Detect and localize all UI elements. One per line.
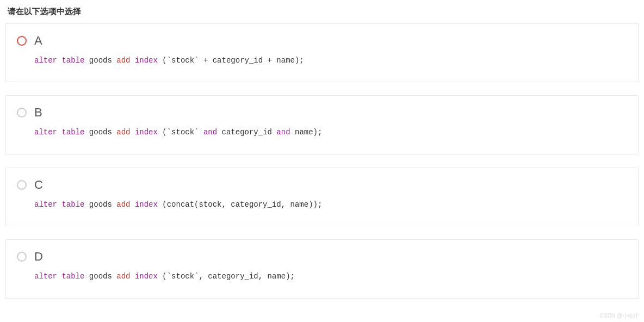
option-header: C — [17, 178, 627, 192]
option-card-d[interactable]: Dalter table goods add index (`stock`, c… — [5, 239, 639, 298]
watermark: CSDN @小虫仔 — [600, 312, 639, 320]
question-title: 请在以下选项中选择 — [0, 0, 644, 23]
options-container: Aalter table goods add index (`stock` + … — [0, 23, 644, 299]
option-card-a[interactable]: Aalter table goods add index (`stock` + … — [5, 23, 639, 82]
option-card-b[interactable]: Balter table goods add index (`stock` an… — [5, 95, 639, 154]
option-code: alter table goods add index (concat(stoc… — [17, 199, 627, 210]
option-header: B — [17, 106, 627, 120]
option-letter: B — [34, 106, 42, 120]
option-code: alter table goods add index (`stock`, ca… — [17, 270, 627, 282]
option-letter: C — [34, 178, 43, 192]
radio-icon[interactable] — [17, 180, 27, 190]
radio-icon[interactable] — [17, 36, 27, 46]
option-code: alter table goods add index (`stock` and… — [17, 126, 627, 138]
radio-icon[interactable] — [17, 108, 27, 117]
option-header: D — [17, 250, 627, 264]
option-card-c[interactable]: Calter table goods add index (concat(sto… — [5, 168, 639, 226]
option-header: A — [17, 34, 627, 48]
option-letter: A — [34, 34, 42, 48]
radio-icon[interactable] — [17, 252, 27, 262]
option-letter: D — [34, 250, 43, 264]
option-code: alter table goods add index (`stock` + c… — [17, 54, 627, 66]
